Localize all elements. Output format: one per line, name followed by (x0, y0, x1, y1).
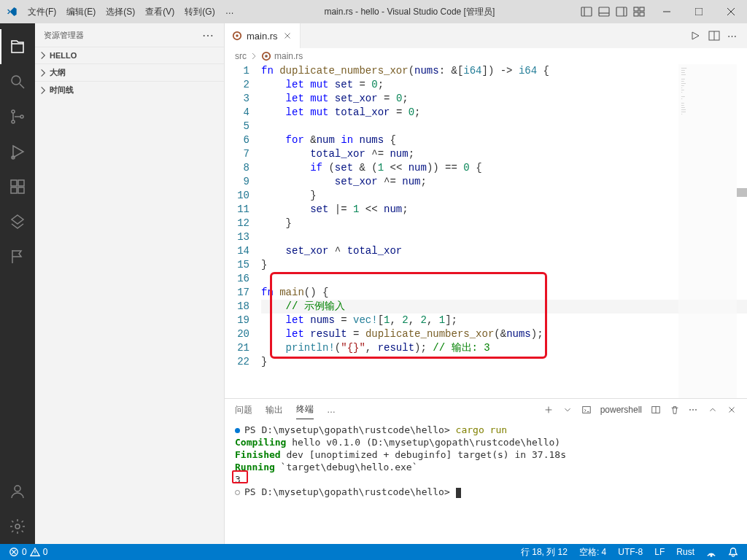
activity-search[interactable] (0, 64, 35, 99)
panel-actions: powershell ⋯ (543, 405, 737, 415)
terminal-shell-label[interactable]: powershell (600, 405, 642, 415)
svg-rect-20 (11, 180, 17, 186)
activity-bar (0, 23, 35, 544)
sidebar-more-icon[interactable]: ⋯ (202, 28, 215, 42)
breadcrumb[interactable]: src main.rs (225, 48, 747, 64)
code-line[interactable]: fn main() { (261, 286, 747, 300)
rust-file-icon (261, 51, 271, 61)
code-editor[interactable]: 12345678910111213141516171819202122 fn d… (225, 64, 747, 398)
chevron-down-icon[interactable] (562, 405, 573, 415)
maximize-button[interactable] (683, 0, 715, 23)
code-line[interactable]: for &num in nums { (261, 133, 747, 147)
activity-settings[interactable] (0, 509, 35, 544)
layout-panel-bottom-icon[interactable] (598, 6, 610, 18)
terminal-line: PS D:\mysetup\gopath\rustcode\hello> (235, 486, 737, 498)
activity-flag[interactable] (0, 239, 35, 274)
code-line[interactable] (261, 230, 747, 244)
code-line[interactable]: let nums = vec![1, 2, 2, 1]; (261, 314, 747, 327)
terminal-icon[interactable] (581, 405, 592, 415)
layout-panel-left-icon[interactable] (581, 6, 592, 18)
minimize-button[interactable] (651, 0, 683, 23)
status-notifications[interactable] (725, 547, 741, 557)
status-feedback[interactable] (703, 547, 719, 557)
panel-tab[interactable]: 输出 (266, 401, 283, 419)
status-error-count: 0 (22, 547, 27, 557)
more-icon[interactable]: ⋯ (727, 31, 738, 42)
chevron-right-icon (249, 52, 258, 61)
breadcrumb-file[interactable]: main.rs (274, 51, 303, 61)
terminal-line: Compiling hello v0.1.0 (D:\mysetup\gopat… (235, 436, 737, 448)
breadcrumb-folder[interactable]: src (235, 51, 247, 61)
editor-tab-main-rs[interactable]: main.rs (225, 23, 301, 48)
code-line[interactable]: set_xor ^= num; (261, 175, 747, 189)
split-editor-icon[interactable] (708, 30, 720, 42)
chevron-up-icon[interactable] (708, 405, 718, 415)
editor-tab-bar: main.rs ⋯ (225, 23, 747, 48)
editor-region: main.rs ⋯ src main.rs 123456789101112131… (225, 23, 747, 544)
split-icon[interactable] (651, 405, 661, 415)
trash-icon[interactable] (670, 405, 680, 415)
status-errors[interactable]: 0 0 (6, 547, 50, 557)
code-line[interactable]: // 示例输入 (261, 300, 747, 314)
status-eol[interactable]: LF (651, 547, 667, 557)
activity-extensions[interactable] (0, 169, 35, 204)
code-line[interactable]: } (261, 355, 747, 369)
scrollbar-indicator[interactable] (737, 188, 747, 197)
chevron-right-icon (38, 85, 48, 96)
status-language[interactable]: Rust (673, 547, 697, 557)
code-lines[interactable]: fn duplicate_numbers_xor(nums: &[i64]) -… (261, 64, 747, 398)
code-line[interactable]: } (261, 189, 747, 203)
code-line[interactable] (261, 272, 747, 286)
sidebar-title: 资源管理器 (44, 30, 84, 41)
close-icon[interactable] (727, 405, 737, 415)
layout-panel-right-icon[interactable] (616, 6, 627, 18)
svg-rect-4 (616, 7, 627, 16)
panel-tab[interactable]: … (327, 402, 336, 418)
status-encoding[interactable]: UTF-8 (615, 547, 646, 557)
code-line[interactable]: } (261, 258, 747, 272)
code-line[interactable]: } (261, 217, 747, 230)
code-line[interactable]: set |= 1 << num; (261, 203, 747, 217)
activity-account[interactable] (0, 474, 35, 509)
activity-source-control[interactable] (0, 99, 35, 134)
more-icon[interactable]: ⋯ (689, 405, 699, 415)
sidebar-section-header[interactable]: HELLO (35, 47, 224, 63)
code-line[interactable]: total_xor ^= num; (261, 147, 747, 161)
code-line[interactable]: let mut total_xor = 0; (261, 106, 747, 120)
error-icon (9, 547, 19, 557)
close-icon[interactable] (282, 31, 293, 41)
terminal-output[interactable]: PS D:\mysetup\gopath\rustcode\hello> car… (225, 421, 747, 544)
code-line[interactable]: fn duplicate_numbers_xor(nums: &[i64]) -… (261, 64, 747, 78)
activity-run-debug[interactable] (0, 134, 35, 169)
bottom-panel: 问题输出终端… powershell ⋯ PS D:\mysetup\gopat… (225, 398, 747, 544)
panel-tab[interactable]: 终端 (296, 400, 314, 419)
status-indent[interactable]: 空格: 4 (576, 546, 609, 559)
status-position[interactable]: 行 18, 列 12 (518, 546, 570, 559)
code-line[interactable]: let mut set = 0; (261, 78, 747, 92)
code-line[interactable]: println!("{}", result); // 输出: 3 (261, 341, 747, 355)
layout-custom-icon[interactable] (633, 6, 645, 18)
sidebar-section-header[interactable]: 大纲 (35, 64, 224, 81)
menu-item[interactable]: … (221, 3, 239, 21)
chevron-right-icon (38, 50, 48, 61)
code-line[interactable]: let result = duplicate_numbers_xor(&nums… (261, 327, 747, 341)
menu-item[interactable]: 编辑(E) (62, 3, 100, 21)
svg-rect-0 (581, 7, 592, 16)
plus-icon[interactable] (543, 405, 554, 415)
menu-item[interactable]: 查看(V) (141, 3, 179, 21)
menu-item[interactable]: 转到(G) (180, 3, 219, 21)
menu-item[interactable]: 文件(F) (23, 3, 61, 21)
close-button[interactable] (715, 0, 747, 23)
activity-remote[interactable] (0, 204, 35, 239)
run-icon[interactable] (689, 30, 701, 42)
sidebar-section-header[interactable]: 时间线 (35, 82, 224, 98)
code-line[interactable]: set_xor ^ total_xor (261, 244, 747, 258)
minimap[interactable]: ▬▬▬▬▬▬▬▬▬▬▬▬▬▬▬▬▬▬▬▬▬▬▬▬▬▬▬▬▬▬▬▬▬▬▬▬▬▬▬▬… (678, 64, 737, 398)
code-line[interactable]: if (set & (1 << num)) == 0 { (261, 161, 747, 175)
activity-explorer[interactable] (0, 29, 35, 64)
panel-tab[interactable]: 问题 (235, 401, 252, 419)
code-line[interactable]: let mut set_xor = 0; (261, 92, 747, 106)
svg-point-33 (265, 55, 268, 58)
code-line[interactable] (261, 120, 747, 133)
menu-item[interactable]: 选择(S) (101, 3, 139, 21)
